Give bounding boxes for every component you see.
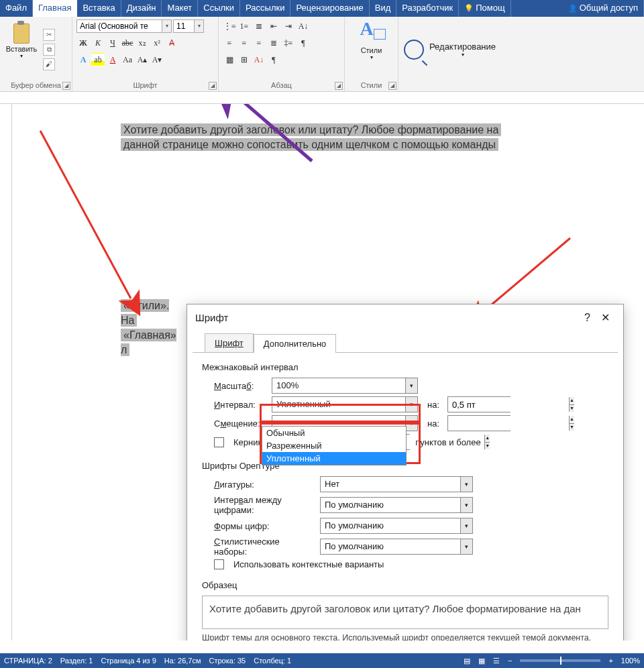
interval-select[interactable]: Уплотненный▾ — [272, 396, 418, 412]
styles-launcher-icon[interactable]: ◢ — [388, 82, 396, 90]
stylistic-sets-select[interactable]: По умолчанию▾ — [320, 539, 473, 555]
selected-text-line1[interactable]: Хотите добавить другой заголовок или цит… — [121, 123, 501, 136]
format-painter-icon[interactable]: 🖌 — [43, 58, 55, 70]
find-icon[interactable] — [404, 40, 424, 60]
bold-button[interactable]: Ж — [76, 36, 90, 50]
align-left-button[interactable]: ≡ — [223, 36, 236, 50]
editing-button[interactable]: Редактирование ▾ — [429, 42, 496, 58]
dialog-close-icon[interactable]: ✕ — [596, 311, 615, 324]
outdent-button[interactable]: ⇤ — [267, 19, 280, 33]
tab-file[interactable]: Файл — [0, 0, 33, 17]
tab-view[interactable]: Вид — [370, 0, 397, 17]
clipboard-launcher-icon[interactable]: ◢ — [62, 82, 70, 90]
spacing-legend: Межзнаковый интервал — [202, 362, 608, 372]
font-launcher-icon[interactable]: ◢ — [209, 82, 217, 90]
selected-text-line3[interactable]: «Стили». На — [121, 299, 169, 327]
line-spacing-button[interactable]: ‡≡ — [282, 36, 295, 50]
font-color-button[interactable]: A — [106, 53, 119, 66]
paste-icon — [11, 19, 32, 44]
sort-button[interactable]: A↓ — [297, 19, 310, 33]
paragraph-launcher-icon[interactable]: ◢ — [335, 82, 343, 90]
offset-label: Смещение: — [214, 419, 266, 429]
contextual-checkbox[interactable] — [214, 559, 224, 569]
highlight-button[interactable]: ab — [91, 53, 105, 66]
share-button[interactable]: Общий доступ — [563, 0, 644, 17]
interval-value-label: на: — [423, 400, 439, 410]
clear-format-button[interactable]: A̶ — [165, 36, 178, 50]
text-effects-button[interactable]: A — [76, 53, 90, 66]
menu-bar: Файл Главная Вставка Дизайн Макет Ссылки… — [0, 0, 644, 17]
tab-home[interactable]: Главная — [33, 0, 77, 17]
tab-design[interactable]: Дизайн — [121, 0, 162, 17]
interval-value-spin[interactable]: ▲▼ — [447, 396, 511, 412]
number-forms-label: Формы цифр: — [214, 521, 315, 531]
interval-option-normal[interactable]: Обычный — [262, 427, 406, 439]
stylistic-sets-label: Стилистические наборы: — [214, 537, 315, 557]
ligatures-select[interactable]: Нет▾ — [320, 476, 473, 492]
offset-value-spin[interactable]: ▲▼ — [447, 415, 511, 431]
vertical-ruler[interactable] — [0, 104, 12, 641]
copy-icon[interactable]: ⧉ — [43, 44, 55, 56]
ribbon: Вставить ▾ ✂ ⧉ 🖌 Буфер обмена ◢ ▾ ▾ Ж К … — [0, 17, 644, 92]
styles-group-label: Стили — [349, 80, 394, 91]
shrink-font-button[interactable]: A▾ — [150, 53, 164, 66]
bullets-button[interactable]: ⋮≡ — [223, 19, 236, 33]
align-right-button[interactable]: ≡ — [252, 36, 266, 50]
tab-references[interactable]: Ссылки — [198, 0, 240, 17]
strike-button[interactable]: abc — [121, 36, 134, 50]
borders-button[interactable]: ⊞ — [237, 53, 251, 66]
interval-label: Интервал: — [214, 400, 266, 410]
paste-label: Вставить — [4, 45, 39, 53]
tab-insert[interactable]: Вставка — [77, 0, 121, 17]
selected-text-line2[interactable]: данной странице можно сопоставить одним … — [121, 138, 498, 151]
dialog-title: Шрифт — [195, 312, 228, 323]
tab-layout[interactable]: Макет — [162, 0, 198, 17]
dialog-tab-font[interactable]: Шрифт — [205, 333, 254, 352]
font-dialog: Шрифт ? ✕ Шрифт Дополнительно Межзнаковы… — [186, 304, 624, 641]
horizontal-ruler[interactable] — [0, 92, 644, 104]
selected-text-line4[interactable]: «Главная» л — [121, 329, 176, 356]
font-name-combo[interactable]: ▾ — [76, 19, 172, 33]
paragraph-group-label: Абзац — [223, 80, 340, 91]
paragraph-mark-button[interactable]: ¶ — [267, 53, 280, 66]
scale-label: Масштаб: — [214, 381, 266, 391]
styles-button[interactable]: Стили ▾ — [354, 19, 389, 80]
indent-button[interactable]: ⇥ — [282, 19, 295, 33]
justify-button[interactable]: ≣ — [267, 36, 280, 50]
svg-line-2 — [483, 238, 570, 312]
interval-option-expanded[interactable]: Разреженный — [262, 439, 406, 452]
document-page[interactable]: Хотите добавить другой заголовок или цит… — [20, 111, 604, 218]
sort2-button[interactable]: A↓ — [252, 53, 266, 66]
change-case-button[interactable]: Aa — [121, 53, 134, 66]
kerning-checkbox[interactable] — [214, 437, 224, 447]
multilevel-button[interactable]: ≣ — [252, 19, 266, 33]
subscript-button[interactable]: x₂ — [136, 36, 149, 50]
dialog-tab-advanced[interactable]: Дополнительно — [254, 334, 337, 353]
kerning-unit: пунктов и более — [415, 437, 480, 447]
dialog-help-icon[interactable]: ? — [579, 312, 596, 324]
font-size-combo[interactable]: ▾ — [173, 19, 204, 33]
tab-review[interactable]: Рецензирование — [290, 0, 369, 17]
paste-button[interactable]: Вставить ▾ — [4, 19, 39, 80]
sample-preview: Хотите добавить другой заголовок или цит… — [202, 596, 608, 629]
interval-option-condensed[interactable]: Уплотненный — [262, 452, 406, 465]
styles-icon — [359, 19, 384, 45]
tell-me[interactable]: Помощ — [459, 0, 511, 17]
scale-select[interactable]: 100%▾ — [272, 378, 418, 394]
superscript-button[interactable]: x² — [150, 36, 164, 50]
contextual-label: Использовать контекстные варианты — [233, 559, 384, 569]
cut-icon[interactable]: ✂ — [43, 29, 55, 41]
number-spacing-select[interactable]: По умолчанию▾ — [320, 497, 473, 513]
shading-button[interactable]: ▦ — [223, 53, 236, 66]
tab-developer[interactable]: Разработчик — [396, 0, 459, 17]
grow-font-button[interactable]: A▴ — [136, 53, 149, 66]
numbering-button[interactable]: 1≡ — [237, 19, 251, 33]
align-center-button[interactable]: ≡ — [237, 36, 251, 50]
number-forms-select[interactable]: По умолчанию▾ — [320, 518, 473, 534]
underline-button[interactable]: Ч — [106, 36, 119, 50]
show-marks-button[interactable]: ¶ — [297, 36, 310, 50]
interval-dropdown[interactable]: Обычный Разреженный Уплотненный — [262, 426, 407, 465]
italic-button[interactable]: К — [91, 36, 105, 50]
font-group-label: Шрифт — [76, 80, 214, 91]
tab-mailings[interactable]: Рассылки — [240, 0, 290, 17]
